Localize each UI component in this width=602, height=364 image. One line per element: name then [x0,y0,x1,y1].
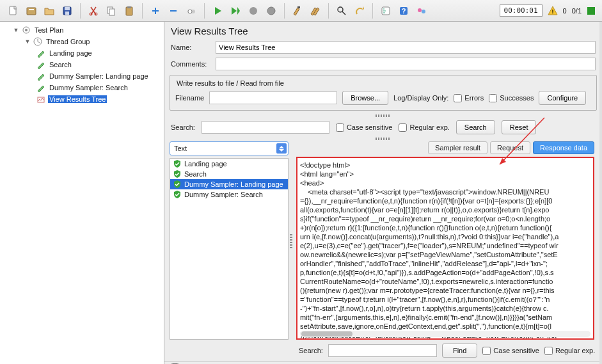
tree-search-input[interactable] [202,121,329,134]
tree-label: Search [48,61,73,68]
response-search-input[interactable] [328,344,437,357]
filename-input[interactable] [209,91,337,104]
tree-label: View Results Tree [48,95,107,103]
clear-all-icon[interactable] [307,3,324,19]
window-resize-edge[interactable] [599,22,602,364]
panel-title: View Results Tree [164,22,602,39]
svg-point-22 [418,8,422,12]
svg-point-14 [250,7,257,15]
svg-rect-9 [109,9,115,15]
name-input[interactable] [216,41,596,54]
tree-label: Test Plan [33,26,65,34]
new-icon[interactable] [5,3,22,19]
svg-point-27 [25,29,28,31]
save-icon[interactable] [59,3,75,19]
result-item[interactable]: Landing page [170,159,288,169]
regex-checkbox[interactable]: Regular exp. [544,347,595,355]
result-item[interactable]: Dummy Sampler: Search [170,189,288,200]
tree-label: Dummy Sampler: Search [48,84,129,91]
regex-checkbox[interactable]: Regular exp. [399,123,449,132]
svg-rect-11 [127,6,131,8]
templates-icon[interactable] [23,3,40,19]
tree-node-threadgroup[interactable]: ▼ Thread Group [0,36,164,47]
tree-node-testplan[interactable]: ▼ Test Plan [0,24,164,36]
tree-node-sampler[interactable]: Search [0,59,164,70]
search-label: Search: [171,123,195,131]
svg-text:?: ? [402,7,406,15]
comments-label: Comments: [171,60,212,68]
group-title: Write results to file / Read from file [174,79,287,87]
logdisplay-label: Log/Display Only: [393,94,448,102]
results-tree[interactable]: Landing page Search Dummy Sampler: Landi… [170,158,289,340]
search-icon[interactable] [333,3,350,19]
collapse-icon[interactable] [165,3,182,19]
reset-button[interactable]: Reset [502,120,537,134]
response-body-text: <!doctype html> <html lang="en"> <head> … [300,161,590,340]
warn-count: 0 [563,7,567,15]
svg-rect-25 [587,7,595,15]
tree-node-sampler[interactable]: Dummy Sampler: Search [0,82,164,93]
tree-label: Landing page [48,49,93,57]
tab-response-data[interactable]: Response data [533,141,594,154]
chevron-updown-icon [276,143,287,154]
warning-icon[interactable]: ! [548,6,558,16]
tree-node-sampler[interactable]: Landing page [0,47,164,59]
configure-button[interactable]: Configure [539,91,586,105]
search-button[interactable]: Search [456,120,495,134]
chevron-down-icon[interactable]: ▼ [24,38,31,45]
result-item[interactable]: Dummy Sampler: Landing page [170,179,288,189]
result-item[interactable]: Search [170,169,288,179]
svg-rect-17 [297,6,300,8]
browse-button[interactable]: Browse... [342,91,388,105]
tree-label: Dummy Sampler: Landing page [48,72,150,80]
case-sensitive-checkbox[interactable]: Case sensitive [336,123,393,132]
function-helper-icon[interactable] [377,3,394,19]
start-no-timers-icon[interactable] [227,3,244,19]
clear-icon[interactable] [289,3,306,19]
tab-sampler-result[interactable]: Sampler result [428,141,487,154]
svg-rect-1 [27,8,36,15]
stop-icon[interactable] [245,3,262,19]
split-handle[interactable] [170,138,597,140]
svg-point-23 [422,10,425,13]
find-button[interactable]: Find [442,344,477,358]
reset-search-icon[interactable] [351,3,368,19]
response-data-pane[interactable]: <!doctype html> <html lang="en"> <head> … [296,157,594,340]
toggle-icon[interactable] [183,3,200,19]
write-results-group: Write results to file / Read from file F… [170,75,597,111]
comments-input[interactable] [216,58,596,70]
heap-dump-icon[interactable] [413,3,430,19]
test-plan-tree[interactable]: ▼ Test Plan ▼ Thread Group Landing page … [0,22,164,364]
errors-checkbox[interactable]: Errors [454,94,484,102]
expand-icon[interactable] [147,3,164,19]
case-sensitive-checkbox[interactable]: Case sensitive [482,347,539,355]
svg-text:!: ! [551,8,553,15]
search-label: Search: [299,347,323,354]
svg-point-18 [338,7,343,12]
tab-request[interactable]: Request [490,141,530,154]
svg-rect-0 [10,6,16,15]
svg-rect-4 [65,7,70,10]
open-icon[interactable] [41,3,58,19]
name-label: Name: [171,44,212,51]
cut-icon[interactable] [85,3,102,19]
run-count: 0/1 [572,7,582,15]
copy-icon[interactable] [103,3,120,19]
elapsed-timer: 00:00:01 [500,4,543,17]
chevron-down-icon[interactable]: ▼ [13,27,19,33]
svg-rect-2 [29,9,34,10]
split-handle[interactable] [170,115,597,117]
tree-node-listener[interactable]: View Results Tree [0,93,164,105]
shutdown-icon[interactable] [263,3,280,19]
vsplit-handle[interactable] [289,141,294,340]
renderer-select[interactable]: Text [170,141,289,155]
tree-node-sampler[interactable]: Dummy Sampler: Landing page [0,70,164,82]
main-toolbar: ? 00:00:01 ! 0 0/1 [0,0,602,22]
horizontal-scrollbar[interactable] [300,331,590,337]
start-icon[interactable] [209,3,226,19]
svg-point-13 [188,10,192,13]
successes-checkbox[interactable]: Successes [489,94,534,102]
svg-rect-5 [65,12,69,15]
paste-icon[interactable] [121,3,138,19]
help-icon[interactable]: ? [395,3,412,19]
